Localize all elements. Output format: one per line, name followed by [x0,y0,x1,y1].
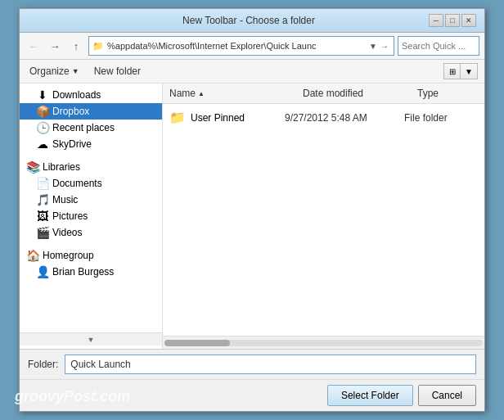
back-button[interactable]: ← [25,37,43,55]
file-name: User Pinned [191,112,280,124]
nav-item-homegroup[interactable]: 🏠 Homegroup [20,247,162,264]
nav-label-skydrive: SkyDrive [52,138,92,150]
scroll-thumb[interactable] [164,340,230,346]
organize-button[interactable]: Organize ▼ [26,64,83,79]
nav-item-music[interactable]: 🎵 Music [20,192,162,208]
file-panel: Name ▲ Date modified Type 📁 User Pinned … [163,84,484,349]
nav-label-recent-places: Recent places [52,122,115,133]
nav-label-brian-burgess: Brian Burgess [52,266,114,278]
address-bar: ← → ↑ 📁 %appdata%\Microsoft\Internet Exp… [20,33,484,60]
nav-item-documents[interactable]: 📄 Documents [20,175,162,192]
organize-label: Organize [29,65,70,77]
libraries-icon: 📚 [26,160,39,174]
maximize-button[interactable]: □ [445,14,460,27]
nav-label-homegroup: Homegroup [43,250,94,261]
homegroup-icon: 🏠 [26,249,39,262]
downloads-icon: ⬇ [36,88,49,102]
button-row: Select Folder Cancel [20,380,484,411]
search-box[interactable] [398,36,479,56]
select-folder-button[interactable]: Select Folder [327,385,413,406]
minimize-button[interactable]: ─ [429,14,443,27]
view-dropdown-icon[interactable]: ▼ [461,64,477,79]
sort-arrow-icon: ▲ [198,90,205,97]
address-dropdown-icon[interactable]: ▼ [367,42,379,51]
folder-input[interactable] [65,355,476,374]
organize-chevron-icon: ▼ [72,67,79,75]
nav-item-downloads[interactable]: ⬇ Downloads [20,87,162,103]
toolbar: Organize ▼ New folder ⊞ ▼ [20,60,484,84]
documents-icon: 📄 [36,177,49,190]
nav-item-pictures[interactable]: 🖼 Pictures [20,208,162,224]
new-folder-button[interactable]: New folder [91,64,144,79]
view-toggle: ⊞ ▼ [443,63,478,79]
nav-panel: ⬇ Downloads 📦 Dropbox 🕒 Recent places ☁ … [20,84,163,349]
table-row[interactable]: 📁 User Pinned 9/27/2012 5:48 AM File fol… [166,107,481,128]
nav-label-videos: Videos [52,227,82,238]
col-type[interactable]: Type [411,85,484,102]
pictures-icon: 🖼 [36,210,49,223]
dropbox-icon: 📦 [36,105,49,118]
main-content: ⬇ Downloads 📦 Dropbox 🕒 Recent places ☁ … [20,84,484,349]
nav-item-videos[interactable]: 🎬 Videos [20,224,162,241]
up-button[interactable]: ↑ [67,37,85,55]
nav-item-libraries[interactable]: 📚 Libraries [20,159,162,175]
recent-places-icon: 🕒 [36,121,49,134]
folder-icon: 📁 [169,110,186,125]
nav-item-recent-places[interactable]: 🕒 Recent places [20,120,162,136]
dialog-title: New Toolbar - Choose a folder [69,15,429,26]
nav-label-downloads: Downloads [52,89,101,101]
horizontal-scrollbar[interactable] [163,336,484,349]
file-list-header: Name ▲ Date modified Type [163,84,484,104]
nav-item-dropbox[interactable]: 📦 Dropbox [20,103,162,120]
address-folder-icon: 📁 [92,41,104,52]
nav-tree[interactable]: ⬇ Downloads 📦 Dropbox 🕒 Recent places ☁ … [20,87,162,332]
address-path: %appdata%\Microsoft\Internet Explorer\Qu… [107,41,367,51]
col-date[interactable]: Date modified [296,85,411,102]
file-type: File folder [404,112,478,124]
nav-label-documents: Documents [52,178,102,189]
search-input[interactable] [402,41,475,51]
file-date: 9/27/2012 5:48 AM [285,112,399,124]
bottom-area: Folder: Select Folder Cancel [20,349,484,411]
address-box[interactable]: 📁 %appdata%\Microsoft\Internet Explorer\… [88,36,394,56]
nav-item-skydrive[interactable]: ☁ SkyDrive [20,136,162,152]
col-name[interactable]: Name ▲ [163,85,296,102]
close-button[interactable]: ✕ [461,14,476,27]
new-folder-label: New folder [94,65,141,77]
videos-icon: 🎬 [36,226,49,239]
view-list-icon[interactable]: ⊞ [444,64,461,79]
address-go-icon[interactable]: → [379,42,390,51]
music-icon: 🎵 [36,193,49,206]
nav-label-music: Music [52,194,78,205]
nav-label-pictures: Pictures [52,210,88,222]
nav-label-libraries: Libraries [43,161,80,173]
nav-scroll-down[interactable]: ▼ [20,332,162,345]
forward-button[interactable]: → [46,37,64,55]
nav-label-dropbox: Dropbox [52,106,89,117]
file-list[interactable]: 📁 User Pinned 9/27/2012 5:48 AM File fol… [163,104,484,336]
title-bar: New Toolbar - Choose a folder ─ □ ✕ [20,9,484,33]
folder-label: Folder: [28,359,58,370]
nav-item-brian-burgess[interactable]: 👤 Brian Burgess [20,264,162,280]
user-icon: 👤 [36,265,49,278]
folder-row: Folder: [20,350,484,380]
skydrive-icon: ☁ [36,138,49,151]
cancel-button[interactable]: Cancel [418,385,476,406]
scroll-track [164,340,483,346]
title-bar-controls: ─ □ ✕ [429,14,476,27]
